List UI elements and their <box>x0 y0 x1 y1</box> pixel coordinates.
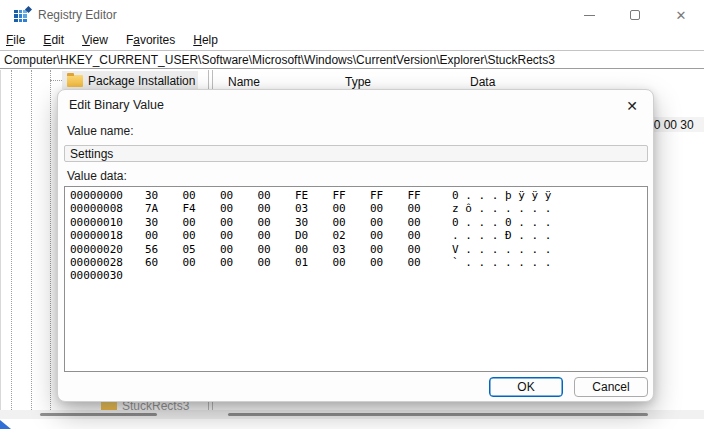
hex-row: 0000000030000000FEFFFFFF0 . . . þ ÿ ÿ ÿ <box>70 189 647 202</box>
title-bar: Registry Editor ✕ <box>0 0 704 30</box>
hex-byte[interactable]: 00 <box>220 243 258 256</box>
column-header-data[interactable]: Data <box>470 75 495 89</box>
hex-byte[interactable]: 7A <box>145 202 183 215</box>
hex-ascii: 0 . . . 0 . . . <box>452 216 551 229</box>
hex-byte[interactable]: 00 <box>220 229 258 242</box>
menu-file[interactable]: File <box>0 33 34 47</box>
address-path: Computer\HKEY_CURRENT_USER\Software\Micr… <box>0 53 555 67</box>
value-data-label: Value data: <box>67 169 127 183</box>
hex-byte[interactable]: 00 <box>183 229 221 242</box>
hex-row: 00000030 <box>70 269 647 282</box>
close-icon: ✕ <box>676 9 687 22</box>
ok-button[interactable]: OK <box>489 377 563 397</box>
hex-byte[interactable]: 00 <box>258 216 296 229</box>
hex-byte[interactable]: 00 <box>220 189 258 202</box>
hex-row: 000000087AF4000003000000z ô . . . . . . <box>70 202 647 215</box>
hex-editor[interactable]: 0000000030000000FEFFFFFF0 . . . þ ÿ ÿ ÿ0… <box>64 186 648 372</box>
hex-offset: 00000018 <box>70 229 145 242</box>
hex-byte[interactable]: 00 <box>220 202 258 215</box>
hex-byte[interactable]: 00 <box>370 256 408 269</box>
hex-byte[interactable]: 00 <box>258 243 296 256</box>
minimize-button[interactable] <box>566 0 612 30</box>
tree-guide-line <box>31 70 32 410</box>
window-title: Registry Editor <box>38 8 117 22</box>
menu-edit[interactable]: Edit <box>34 33 73 47</box>
hex-byte[interactable]: 00 <box>258 229 296 242</box>
maximize-icon <box>630 10 640 20</box>
hex-byte[interactable]: 30 <box>295 216 333 229</box>
hex-byte[interactable]: 00 <box>295 243 333 256</box>
desktop-corner-fragment <box>0 420 11 429</box>
value-name-label: Value name: <box>67 124 134 138</box>
hex-byte[interactable]: D0 <box>295 229 333 242</box>
cancel-button[interactable]: Cancel <box>574 377 648 397</box>
column-header-name[interactable]: Name <box>228 75 260 89</box>
address-bar[interactable]: Computer\HKEY_CURRENT_USER\Software\Micr… <box>0 50 704 69</box>
hex-byte[interactable]: FF <box>408 189 446 202</box>
minimize-icon <box>584 15 595 16</box>
hex-offset: 00000010 <box>70 216 145 229</box>
hex-byte[interactable]: 00 <box>183 189 221 202</box>
dialog-close-button[interactable]: ✕ <box>621 95 643 117</box>
hex-byte[interactable]: 30 <box>145 189 183 202</box>
column-header-type[interactable]: Type <box>345 75 371 89</box>
hex-byte[interactable]: 00 <box>370 202 408 215</box>
menu-favorites[interactable]: Favorites <box>117 33 184 47</box>
hex-byte[interactable]: 00 <box>333 256 371 269</box>
hex-byte[interactable]: 00 <box>408 243 446 256</box>
hex-byte[interactable]: FF <box>333 189 371 202</box>
hex-byte[interactable]: 30 <box>145 216 183 229</box>
maximize-button[interactable] <box>612 0 658 30</box>
tree-guide-line <box>50 70 51 410</box>
hex-byte[interactable]: 56 <box>145 243 183 256</box>
hex-byte[interactable]: 00 <box>408 216 446 229</box>
hex-row: 000000286000000001000000` . . . . . . . <box>70 256 647 269</box>
hex-byte[interactable]: 01 <box>295 256 333 269</box>
hex-ascii: V . . . . . . . <box>452 243 551 256</box>
hex-byte[interactable]: FF <box>370 189 408 202</box>
hex-row: 0000001800000000D0020000. . . . Ð . . . <box>70 229 647 242</box>
tree-item-package-installation[interactable]: Package Installation <box>67 74 195 88</box>
hex-byte[interactable]: 00 <box>220 216 258 229</box>
hex-byte[interactable]: 02 <box>333 229 371 242</box>
dialog-title: Edit Binary Value <box>69 98 164 112</box>
hex-byte[interactable]: 00 <box>258 202 296 215</box>
menu-help[interactable]: Help <box>184 33 227 47</box>
hex-offset: 00000000 <box>70 189 145 202</box>
hex-byte[interactable]: FE <box>295 189 333 202</box>
tree-hscrollbar-thumb[interactable] <box>40 413 157 416</box>
hex-offset: 00000020 <box>70 243 145 256</box>
list-hscrollbar-thumb[interactable] <box>228 413 648 416</box>
hex-byte[interactable]: 00 <box>370 243 408 256</box>
tree-guide-line <box>11 70 12 410</box>
hex-byte[interactable]: 00 <box>258 189 296 202</box>
hex-byte[interactable]: 00 <box>183 256 221 269</box>
hex-byte[interactable]: 00 <box>333 216 371 229</box>
hex-byte[interactable]: 00 <box>183 216 221 229</box>
hex-byte[interactable]: 00 <box>408 256 446 269</box>
hex-byte[interactable]: 00 <box>220 256 258 269</box>
hex-offset: 00000028 <box>70 256 145 269</box>
hex-byte[interactable]: 00 <box>370 229 408 242</box>
hex-byte[interactable]: 00 <box>333 202 371 215</box>
value-name-text: Settings <box>70 147 113 161</box>
menu-view[interactable]: View <box>73 33 117 47</box>
close-button[interactable]: ✕ <box>658 0 704 30</box>
hex-byte[interactable]: 60 <box>145 256 183 269</box>
close-icon: ✕ <box>626 98 638 114</box>
hex-byte[interactable]: 00 <box>408 229 446 242</box>
window-bottom-strip <box>0 419 704 429</box>
hex-byte[interactable]: 00 <box>258 256 296 269</box>
hex-ascii: ` . . . . . . . <box>452 256 551 269</box>
hex-byte[interactable]: 05 <box>183 243 221 256</box>
hex-byte[interactable]: 00 <box>145 229 183 242</box>
value-name-field[interactable]: Settings <box>64 145 648 162</box>
registry-editor-icon <box>14 7 31 23</box>
hex-byte[interactable]: 03 <box>333 243 371 256</box>
hex-byte[interactable]: 00 <box>370 216 408 229</box>
hex-byte[interactable]: 03 <box>295 202 333 215</box>
hex-ascii: 0 . . . þ ÿ ÿ ÿ <box>452 189 551 202</box>
hex-byte[interactable]: F4 <box>183 202 221 215</box>
hex-ascii: . . . . Ð . . . <box>452 229 551 242</box>
hex-byte[interactable]: 00 <box>408 202 446 215</box>
